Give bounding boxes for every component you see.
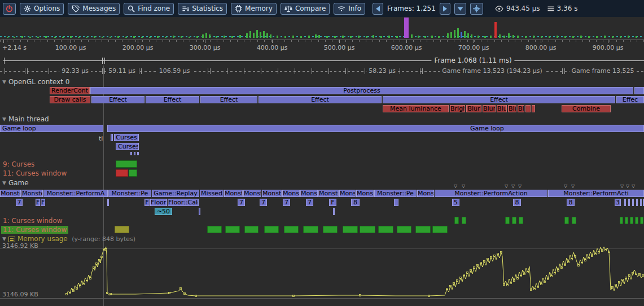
frame-time-bar[interactable] — [300, 36, 302, 38]
frame-time-bar[interactable] — [181, 36, 182, 38]
zone[interactable]: Effect — [91, 96, 144, 103]
frame-time-bar[interactable] — [438, 36, 440, 38]
zone[interactable] — [454, 217, 459, 224]
frame-time-bar[interactable] — [216, 36, 217, 38]
frame-time-bar[interactable] — [29, 37, 31, 38]
zone[interactable]: Monst — [300, 190, 318, 197]
prev-frame-button[interactable] — [373, 3, 383, 15]
statistics-button[interactable]: Statistics — [178, 3, 227, 15]
frame-time-bar[interactable] — [292, 36, 294, 38]
zone[interactable] — [333, 208, 335, 215]
collapsed-zones-icon[interactable]: ▽ — [505, 184, 508, 189]
frame-time-bar[interactable] — [45, 36, 47, 38]
zone[interactable] — [115, 226, 129, 233]
frame-time-bar[interactable] — [326, 36, 328, 38]
lock-label[interactable]: 9: Curses — [3, 160, 34, 168]
zone[interactable]: Effect — [383, 96, 615, 103]
zone[interactable] — [207, 226, 222, 233]
zone[interactable] — [397, 226, 411, 233]
zone[interactable] — [415, 226, 431, 233]
section-header[interactable]: ▼Main thread — [2, 116, 49, 123]
frame-marker-label[interactable]: 58.23 µs — [366, 67, 398, 75]
zone[interactable] — [129, 169, 137, 177]
power-button[interactable] — [3, 3, 16, 15]
section-header[interactable]: ▼OpenGL context 0 — [2, 78, 69, 86]
frame-time-bar[interactable] — [350, 36, 352, 38]
zone[interactable] — [640, 199, 642, 206]
memory-button[interactable]: Memory — [231, 3, 277, 15]
frame-time-bar[interactable] — [424, 36, 426, 38]
frame-time-bar[interactable] — [373, 35, 374, 38]
zone[interactable] — [323, 226, 338, 233]
frame-time-bar[interactable] — [70, 36, 72, 38]
frame-time-bar[interactable] — [503, 36, 505, 38]
frame-time-bar[interactable] — [94, 36, 95, 38]
collapsed-zones-icon[interactable]: ▽ — [626, 184, 629, 189]
zone[interactable] — [635, 217, 638, 224]
zone[interactable]: 7 — [283, 199, 290, 206]
frame-time-bar[interactable] — [165, 37, 167, 38]
frame-time-bar[interactable] — [256, 30, 258, 38]
zone[interactable] — [564, 217, 569, 224]
frame-time-bar[interactable] — [388, 36, 390, 38]
frame-time-bar[interactable] — [315, 34, 317, 38]
zone[interactable]: Draw calls — [50, 96, 90, 103]
zone[interactable]: Blur — [518, 105, 524, 112]
next-frame-button[interactable] — [440, 3, 450, 15]
zone[interactable] — [634, 87, 644, 94]
frame-time-bar[interactable] — [239, 35, 241, 38]
zone[interactable] — [636, 199, 638, 206]
frame-time-bar[interactable] — [117, 36, 119, 38]
info-button[interactable]: Info — [334, 3, 365, 15]
frame-time-bar[interactable] — [149, 37, 151, 38]
frame-time-bar[interactable] — [266, 33, 268, 38]
collapsed-zones-icon[interactable]: ▽ — [462, 184, 465, 189]
frame-time-bar[interactable] — [37, 37, 39, 38]
zone[interactable]: Curses — [114, 134, 139, 141]
frame-time-bar[interactable] — [246, 33, 248, 38]
frame-time-bar[interactable] — [418, 36, 419, 38]
zone[interactable]: Blur — [483, 105, 496, 112]
frame-time-bar[interactable] — [308, 36, 310, 38]
collapsed-zones-icon[interactable]: ▽ — [564, 184, 567, 189]
messages-button[interactable]: Messages — [68, 3, 120, 15]
frame-time-bar[interactable] — [157, 36, 159, 38]
frame-time-bar[interactable] — [517, 36, 519, 38]
zone[interactable] — [199, 208, 200, 215]
zone[interactable] — [512, 217, 516, 224]
zone[interactable]: Missed — [200, 190, 224, 197]
zone[interactable]: Monste — [21, 190, 43, 197]
zone[interactable] — [462, 217, 466, 224]
zone[interactable]: Game loop — [107, 125, 644, 132]
frame-time-bar[interactable] — [494, 22, 497, 38]
zone[interactable] — [264, 226, 279, 233]
zone[interactable]: Blur — [466, 105, 481, 112]
goto-frame-button[interactable] — [470, 3, 483, 15]
frame-time-bar[interactable] — [620, 36, 621, 38]
frame-time-bar[interactable] — [464, 31, 466, 38]
lock-label[interactable]: 1: Curses window — [3, 217, 63, 225]
section-header[interactable]: ▼Game — [2, 180, 29, 187]
frame-time-bar[interactable] — [490, 36, 492, 38]
zone[interactable]: Monster::PerformAction — [435, 190, 547, 197]
frame-time-bar[interactable] — [202, 34, 204, 38]
frame-time-bar[interactable] — [231, 36, 233, 38]
frame-time-bar[interactable] — [549, 36, 550, 38]
frame-time-bar[interactable] — [366, 36, 367, 38]
zone[interactable]: 8 — [351, 199, 360, 206]
find-zone-button[interactable]: Find zone — [124, 3, 174, 15]
frame-band-label[interactable]: Frame 1,068 (1.11 ms) — [431, 56, 514, 64]
frame-time-bar[interactable] — [173, 36, 174, 38]
zone[interactable] — [632, 199, 634, 206]
zone[interactable]: Monst — [282, 190, 300, 197]
zone[interactable] — [532, 105, 535, 112]
zone[interactable] — [525, 105, 531, 112]
zone[interactable] — [625, 217, 628, 224]
zone[interactable]: Monste — [0, 190, 21, 197]
zone[interactable]: Curses — [116, 143, 139, 150]
frame-time-bar[interactable] — [125, 37, 127, 38]
zone[interactable]: Mons — [339, 190, 356, 197]
collapsed-zones-icon[interactable]: ▽ — [518, 184, 522, 189]
frame-time-bar[interactable] — [450, 32, 452, 38]
zone[interactable] — [624, 199, 626, 206]
